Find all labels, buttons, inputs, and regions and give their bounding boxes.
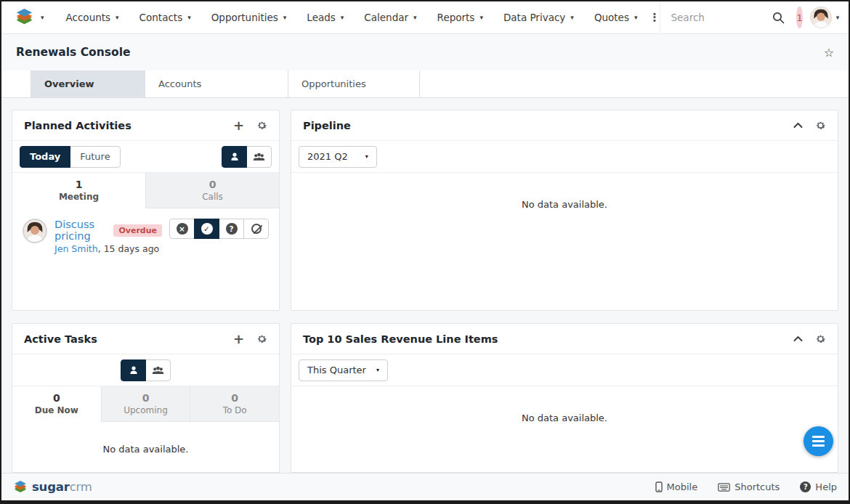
menu-reports[interactable]: Reports ▾	[437, 12, 483, 23]
global-search	[660, 1, 785, 34]
caret-down-icon: ▾	[570, 15, 574, 21]
add-icon[interactable]: +	[233, 333, 244, 346]
dismiss-activity-button[interactable]: ×	[169, 219, 195, 239]
search-input[interactable]	[671, 12, 772, 23]
panel-title: Pipeline	[303, 120, 793, 131]
notification-badge[interactable]: 1	[796, 7, 802, 28]
time-filter-group: Today Future	[20, 146, 121, 168]
group-icon	[253, 152, 265, 162]
gear-icon[interactable]	[815, 120, 826, 131]
caret-down-icon: ▾	[41, 15, 44, 21]
top-sales-toolbar: This Quarter ▾	[291, 354, 838, 386]
keyboard-icon	[718, 483, 730, 492]
chevron-up-icon[interactable]	[793, 122, 803, 129]
top-sales-header: Top 10 Sales Revenue Line Items	[291, 324, 838, 354]
check-circle-icon: ✓	[201, 223, 213, 235]
dashboard-content: Planned Activities + Today Future	[1, 98, 849, 473]
tab-overview[interactable]: Overview	[31, 70, 145, 97]
activity-title-link[interactable]: Discuss pricing	[54, 219, 107, 242]
gear-icon[interactable]	[256, 333, 267, 344]
menu-quotes[interactable]: Quotes ▾	[594, 12, 638, 23]
search-icon[interactable]	[772, 12, 785, 24]
complete-activity-button[interactable]: ✓	[194, 219, 219, 239]
my-items-button[interactable]	[222, 146, 247, 168]
caret-down-icon: ▾	[413, 15, 417, 21]
gear-icon[interactable]	[815, 333, 826, 344]
counter-due-now[interactable]: 0 Due Now	[12, 386, 101, 422]
home-menu-button[interactable]: ▾	[15, 9, 44, 26]
user-profile-menu[interactable]: ▾	[810, 7, 840, 28]
user-avatar	[810, 7, 832, 28]
pipeline-toolbar: 2021 Q2 ▾	[291, 141, 838, 173]
help-icon: ?	[800, 481, 811, 492]
assignee-avatar	[23, 219, 47, 243]
counter-calls[interactable]: 0 Calls	[145, 173, 279, 208]
menu-data-privacy[interactable]: Data Privacy ▾	[503, 12, 574, 23]
sugarcrm-cube-logo-icon	[15, 9, 34, 26]
active-tasks-toolbar	[12, 354, 279, 386]
counter-to-do[interactable]: 0 To Do	[190, 386, 279, 422]
shortcuts-link[interactable]: Shortcuts	[718, 481, 780, 492]
menu-calendar[interactable]: Calendar ▾	[364, 12, 416, 23]
gear-icon[interactable]	[256, 120, 267, 131]
caret-down-icon: ▾	[836, 15, 840, 21]
person-icon	[129, 365, 139, 375]
app-window: ▾ Accounts ▾ Contacts ▾ Opportunities ▾ …	[0, 0, 850, 504]
mobile-link[interactable]: Mobile	[655, 481, 698, 492]
caret-down-icon: ▾	[341, 15, 344, 21]
footer: sugarcrm Mobile	[1, 473, 849, 500]
help-link[interactable]: ? Help	[800, 481, 837, 492]
team-tasks-button[interactable]	[145, 359, 171, 381]
overdue-badge: Overdue	[113, 224, 162, 237]
my-tasks-button[interactable]	[121, 359, 146, 381]
pipeline-empty-message: No data available.	[291, 173, 838, 210]
person-icon	[230, 152, 240, 162]
brand-sugar: sugar	[32, 480, 70, 494]
caret-down-icon: ▾	[365, 154, 368, 160]
top-sales-empty-message: No data available.	[291, 386, 838, 423]
menu-accounts[interactable]: Accounts ▾	[66, 12, 119, 23]
tentative-activity-button[interactable]: ?	[219, 219, 244, 239]
favorite-star-icon[interactable]: ☆	[824, 46, 834, 60]
decline-activity-button[interactable]	[243, 219, 269, 239]
page-title: Renewals Console	[16, 46, 130, 59]
top-sales-period-select[interactable]: This Quarter ▾	[299, 359, 388, 381]
more-modules-icon[interactable]: ⋮	[649, 11, 660, 24]
pipeline-quarter-select[interactable]: 2021 Q2 ▾	[299, 146, 377, 168]
caret-down-icon: ▾	[283, 15, 287, 21]
chevron-up-icon[interactable]	[793, 336, 803, 342]
activity-counters: 1 Meeting 0 Calls	[12, 173, 279, 208]
caret-down-icon: ▾	[634, 15, 638, 21]
activity-details: Discuss pricing Overdue Jen Smith, 15 da…	[54, 219, 162, 254]
panel-planned-activities: Planned Activities + Today Future	[12, 110, 280, 311]
pipeline-header: Pipeline	[291, 110, 838, 141]
caret-down-icon: ▾	[187, 15, 191, 21]
menu-leads[interactable]: Leads ▾	[307, 12, 344, 23]
menu-contacts[interactable]: Contacts ▾	[139, 12, 191, 23]
owner-filter-group	[121, 359, 171, 381]
main-menu: Accounts ▾ Contacts ▾ Opportunities ▾ Le…	[66, 12, 638, 23]
menu-opportunities[interactable]: Opportunities ▾	[211, 12, 287, 23]
panel-pipeline: Pipeline 2021 Q2	[291, 110, 838, 311]
question-circle-icon: ?	[226, 223, 238, 235]
tab-accounts[interactable]: Accounts	[145, 70, 288, 97]
caret-down-icon: ▾	[116, 15, 119, 21]
filter-today-button[interactable]: Today	[20, 146, 70, 168]
top-navbar: ▾ Accounts ▾ Contacts ▾ Opportunities ▾ …	[1, 1, 849, 34]
mobile-phone-icon	[655, 481, 663, 492]
add-icon[interactable]: +	[233, 119, 244, 132]
counter-meetings[interactable]: 1 Meeting	[12, 173, 145, 208]
active-tasks-header: Active Tasks +	[12, 324, 279, 354]
planned-activities-header: Planned Activities +	[12, 110, 279, 141]
quick-actions-fab[interactable]	[804, 426, 833, 456]
task-counters: 0 Due Now 0 Upcoming 0 To Do	[12, 386, 279, 422]
console-tabs: Overview Accounts Opportunities	[1, 70, 849, 98]
x-circle-icon: ×	[177, 223, 188, 235]
filter-future-button[interactable]: Future	[70, 146, 120, 168]
page-header: Renewals Console ☆	[1, 34, 849, 70]
assignee-link[interactable]: Jen Smith	[54, 243, 98, 254]
team-items-button[interactable]	[246, 146, 272, 168]
footer-links: Mobile Shortcuts ? Help	[655, 481, 837, 492]
tab-opportunities[interactable]: Opportunities	[288, 70, 420, 97]
counter-upcoming[interactable]: 0 Upcoming	[101, 386, 190, 422]
